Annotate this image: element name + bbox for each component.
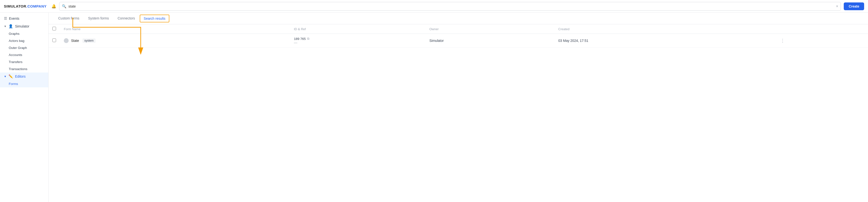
sidebar-item-editors[interactable]: ▼ ✏️ Editors	[0, 73, 48, 80]
sidebar-item-forms[interactable]: Forms	[0, 80, 48, 87]
editors-toggle-icon: ▼	[4, 75, 6, 78]
logo-company: .COMPANY	[26, 4, 46, 8]
form-name-text: State	[71, 39, 79, 43]
sidebar-item-transactions[interactable]: Transactions	[0, 66, 48, 73]
sidebar-item-forms-label: Forms	[9, 82, 18, 86]
col-owner: Owner	[426, 24, 554, 34]
row-form-name-cell: State system	[60, 34, 290, 48]
sidebar-item-transactions-label: Transactions	[9, 67, 27, 71]
sidebar-item-editors-label: Editors	[15, 74, 26, 78]
create-button[interactable]: Create	[844, 2, 864, 10]
col-created: Created	[554, 24, 775, 34]
notification-bell-icon[interactable]: 🔔	[52, 4, 56, 8]
events-icon: ☰	[4, 16, 7, 21]
simulator-toggle-icon: ▼	[4, 25, 6, 28]
logo: SIMULATOR .COMPANY	[4, 4, 46, 8]
id-number: 189 765	[294, 37, 306, 41]
sidebar-item-events[interactable]: ☰ Events	[0, 15, 48, 22]
sidebar-item-simulator-label: Simulator	[15, 24, 29, 28]
row-more-button[interactable]: ⋮	[778, 37, 787, 44]
sidebar: ☰ Events ▼ 👤 Simulator Graphs Actors bag…	[0, 12, 49, 202]
search-bar: 🔍 ×	[59, 2, 841, 11]
row-more-cell: ⋮	[775, 34, 868, 48]
logo-simulator: SIMULATOR	[4, 4, 26, 8]
sidebar-item-accounts[interactable]: Accounts	[0, 51, 48, 58]
ref-value: —	[294, 41, 298, 45]
col-checkbox	[49, 24, 60, 34]
sidebar-item-simulator[interactable]: ▼ 👤 Simulator	[0, 22, 48, 30]
content-area: Custom forms System forms Connectors Sea…	[49, 12, 868, 202]
sidebar-item-actors-bag[interactable]: Actors bag	[0, 37, 48, 44]
sidebar-item-outer-graph-label: Outer Graph	[9, 46, 27, 50]
sidebar-item-transfers-label: Transfers	[9, 60, 23, 64]
col-actions	[775, 24, 868, 34]
sidebar-item-outer-graph[interactable]: Outer Graph	[0, 44, 48, 51]
tab-connectors[interactable]: Connectors	[114, 14, 139, 24]
row-owner-cell: Simulator	[426, 34, 554, 48]
sidebar-item-events-label: Events	[9, 17, 20, 21]
select-all-checkbox[interactable]	[53, 27, 56, 30]
copy-icon[interactable]: ⧉	[307, 37, 309, 41]
tab-custom-forms[interactable]: Custom forms	[54, 14, 83, 24]
form-tag: system	[83, 39, 96, 43]
main-layout: ☰ Events ▼ 👤 Simulator Graphs Actors bag…	[0, 12, 868, 202]
editors-icon: ✏️	[8, 74, 13, 79]
row-checkbox[interactable]	[53, 39, 56, 42]
col-form-name: Form Name	[60, 24, 290, 34]
search-input[interactable]	[68, 4, 834, 8]
sidebar-item-graphs[interactable]: Graphs	[0, 30, 48, 37]
search-clear-button[interactable]: ×	[836, 4, 838, 8]
simulator-icon: 👤	[8, 24, 13, 28]
row-id-ref-cell: 189 765 ⧉ —	[290, 34, 426, 48]
sidebar-item-actors-bag-label: Actors bag	[9, 39, 25, 43]
tab-search-results[interactable]: Search results	[140, 15, 169, 22]
form-circle-icon	[64, 38, 69, 43]
sidebar-item-accounts-label: Accounts	[9, 53, 22, 57]
tab-system-forms[interactable]: System forms	[84, 14, 113, 24]
table-row: State system 189 765 ⧉ — Simulator 03 Ma…	[49, 34, 868, 48]
row-checkbox-cell	[49, 34, 60, 48]
row-created-cell: 03 May 2024, 17:51	[554, 34, 775, 48]
owner-text: Simulator	[429, 39, 444, 43]
col-id-ref: ID & Ref	[290, 24, 426, 34]
sidebar-item-transfers[interactable]: Transfers	[0, 58, 48, 66]
sidebar-item-graphs-label: Graphs	[9, 32, 20, 35]
tabs-bar: Custom forms System forms Connectors Sea…	[49, 12, 868, 24]
results-table: Form Name ID & Ref Owner Created	[49, 24, 868, 48]
table-area: Form Name ID & Ref Owner Created	[49, 24, 868, 202]
search-icon: 🔍	[62, 4, 66, 8]
topbar: SIMULATOR .COMPANY 🔔 🔍 × Create	[0, 0, 868, 12]
created-text: 03 May 2024, 17:51	[558, 39, 588, 43]
